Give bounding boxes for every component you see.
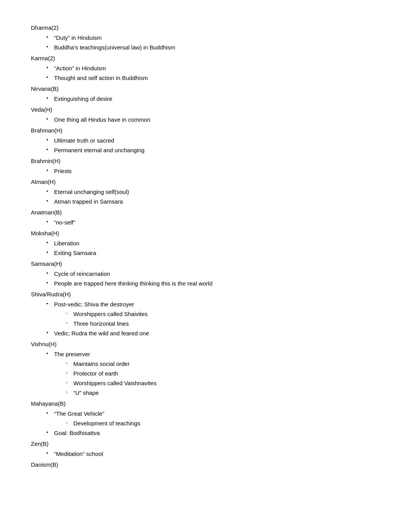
bullet-item: Atman trapped in Samsara bbox=[46, 197, 379, 206]
term-label-zen: Zen(B) bbox=[31, 439, 379, 449]
sub-bullets: Worshippers called ShaivitesThree horizo… bbox=[54, 309, 379, 328]
bullet-item: Vedic; Rudra the wild and feared one bbox=[46, 329, 379, 338]
bullet-item: Priests bbox=[46, 167, 379, 176]
sub-bullet-item: Worshippers called Vaishnavites bbox=[66, 379, 379, 388]
section-karma: Karma(2)“Action” in HinduismThought and … bbox=[31, 54, 379, 83]
bullet-text: “Meditation” school bbox=[54, 450, 103, 457]
sub-bullets: Maintains social orderProtector of earth… bbox=[54, 359, 379, 398]
term-label-dharma: Dharma(2) bbox=[31, 23, 379, 32]
term-label-daoism: Daoism(B) bbox=[31, 460, 379, 469]
bullet-text: “The Great Vehicle” bbox=[54, 410, 104, 417]
section-brahmin: Brahmin(H)Priests bbox=[31, 156, 379, 176]
section-atman: Atman(H)Eternal unchanging self(soul)Atm… bbox=[31, 177, 379, 206]
term-label-veda: Veda(H) bbox=[31, 105, 379, 114]
bullet-text: “Duty” in Hinduism bbox=[54, 34, 102, 41]
bullet-text: “no-self” bbox=[54, 219, 75, 226]
section-nirvana: Nirvana(B)Extinguishing of desire bbox=[31, 84, 379, 104]
bullet-text: Goal: Bodhisattva bbox=[54, 430, 100, 436]
section-dharma: Dharma(2)“Duty” in HinduismBuddha’s teac… bbox=[31, 23, 379, 52]
term-label-nirvana: Nirvana(B) bbox=[31, 84, 379, 93]
sub-bullet-text: Worshippers called Shaivites bbox=[73, 311, 147, 317]
section-moksha: Moksha(H)LiberationExiting Samsara bbox=[31, 229, 379, 258]
term-label-shiva: Shiva/Rudra(H) bbox=[31, 290, 379, 299]
term-label-anatman: Anatman(B) bbox=[31, 208, 379, 217]
bullet-text: Atman trapped in Samsara bbox=[54, 198, 123, 205]
bullet-text: Exiting Samsara bbox=[54, 250, 96, 256]
bullets-brahmin: Priests bbox=[31, 167, 379, 176]
sub-bullet-text: Maintains social order bbox=[73, 360, 130, 367]
bullet-text: “Action” in Hinduism bbox=[54, 65, 106, 71]
bullet-text: Vedic; Rudra the wild and feared one bbox=[54, 330, 149, 337]
bullet-item: People are trapped here thinking thinkin… bbox=[46, 279, 379, 288]
bullet-item: Permanent eternal and unchanging bbox=[46, 146, 379, 155]
bullets-zen: “Meditation” school bbox=[31, 449, 379, 459]
bullet-text: Ultimate truth or sacred bbox=[54, 137, 114, 144]
term-label-atman: Atman(H) bbox=[31, 177, 379, 187]
section-shiva: Shiva/Rudra(H)Post-vedic; Shiva the dest… bbox=[31, 290, 379, 338]
content: Dharma(2)“Duty” in HinduismBuddha’s teac… bbox=[31, 23, 379, 469]
bullet-text: Permanent eternal and unchanging bbox=[54, 147, 144, 153]
bullet-text: Buddha’s teachings(universal law) in Bud… bbox=[54, 44, 175, 51]
sub-bullet-text: “U” shape bbox=[73, 389, 99, 396]
bullet-item: Extinguishing of desire bbox=[46, 94, 379, 104]
bullets-veda: One thing all Hindus have in common bbox=[31, 115, 379, 124]
bullet-item: Post-vedic; Shiva the destroyerWorshippe… bbox=[46, 300, 379, 328]
section-daoism: Daoism(B) bbox=[31, 460, 379, 469]
sub-bullet-item: Three horizontal lines bbox=[66, 319, 379, 328]
sub-bullet-text: Worshippers called Vaishnavites bbox=[73, 380, 156, 386]
bullet-text: One thing all Hindus have in common bbox=[54, 116, 150, 123]
bullet-text: Priests bbox=[54, 168, 72, 174]
bullet-item: Thought and self action in Buddhism bbox=[46, 73, 379, 83]
bullets-dharma: “Duty” in HinduismBuddha’s teachings(uni… bbox=[31, 33, 379, 52]
bullets-samsara: Cycle of reincarnationPeople are trapped… bbox=[31, 269, 379, 288]
sub-bullet-item: Protector of earth bbox=[66, 369, 379, 378]
bullet-item: Exiting Samsara bbox=[46, 248, 379, 258]
bullet-text: People are trapped here thinking thinkin… bbox=[54, 280, 212, 287]
bullets-brahman: Ultimate truth or sacredPermanent eterna… bbox=[31, 136, 379, 155]
bullets-shiva: Post-vedic; Shiva the destroyerWorshippe… bbox=[31, 300, 379, 338]
sub-bullet-text: Protector of earth bbox=[73, 370, 118, 377]
term-label-brahmin: Brahmin(H) bbox=[31, 156, 379, 166]
bullet-item: Goal: Bodhisattva bbox=[46, 428, 379, 438]
bullet-item: “no-self” bbox=[46, 218, 379, 227]
bullet-item: Cycle of reincarnation bbox=[46, 269, 379, 279]
section-samsara: Samsara(H)Cycle of reincarnationPeople a… bbox=[31, 259, 379, 288]
bullet-item: “The Great Vehicle”Development of teachi… bbox=[46, 409, 379, 428]
bullet-text: Extinguishing of desire bbox=[54, 95, 112, 102]
section-veda: Veda(H)One thing all Hindus have in comm… bbox=[31, 105, 379, 124]
bullet-item: The preserverMaintains social orderProte… bbox=[46, 350, 379, 398]
bullet-text: Thought and self action in Buddhism bbox=[54, 75, 148, 81]
sub-bullet-item: Maintains social order bbox=[66, 359, 379, 369]
bullet-item: “Duty” in Hinduism bbox=[46, 33, 379, 42]
bullets-moksha: LiberationExiting Samsara bbox=[31, 239, 379, 258]
bullet-text: The preserver bbox=[54, 351, 90, 357]
term-label-brahman: Brahman(H) bbox=[31, 126, 379, 135]
section-brahman: Brahman(H)Ultimate truth or sacredPerman… bbox=[31, 126, 379, 155]
sub-bullet-item: Worshippers called Shaivites bbox=[66, 309, 379, 319]
section-mahayana: Mahayana(B)“The Great Vehicle”Developmen… bbox=[31, 399, 379, 438]
bullet-item: Liberation bbox=[46, 239, 379, 248]
term-label-moksha: Moksha(H) bbox=[31, 229, 379, 238]
term-label-samsara: Samsara(H) bbox=[31, 259, 379, 269]
bullets-nirvana: Extinguishing of desire bbox=[31, 94, 379, 104]
sub-bullet-item: Development of teachings bbox=[66, 419, 379, 428]
section-anatman: Anatman(B)“no-self” bbox=[31, 208, 379, 227]
sub-bullet-text: Development of teachings bbox=[73, 420, 140, 427]
section-zen: Zen(B)“Meditation” school bbox=[31, 439, 379, 459]
bullet-item: One thing all Hindus have in common bbox=[46, 115, 379, 124]
bullet-text: Liberation bbox=[54, 240, 80, 246]
term-label-karma: Karma(2) bbox=[31, 54, 379, 63]
bullet-item: Eternal unchanging self(soul) bbox=[46, 187, 379, 197]
term-label-vishnu: Vishnu(H) bbox=[31, 340, 379, 349]
term-label-mahayana: Mahayana(B) bbox=[31, 399, 379, 408]
bullets-karma: “Action” in HinduismThought and self act… bbox=[31, 64, 379, 83]
bullet-text: Eternal unchanging self(soul) bbox=[54, 189, 129, 195]
bullets-vishnu: The preserverMaintains social orderProte… bbox=[31, 350, 379, 398]
bullets-anatman: “no-self” bbox=[31, 218, 379, 227]
bullet-text: Cycle of reincarnation bbox=[54, 270, 110, 277]
bullets-atman: Eternal unchanging self(soul)Atman trapp… bbox=[31, 187, 379, 206]
bullet-item: “Meditation” school bbox=[46, 449, 379, 459]
sub-bullet-item: “U” shape bbox=[66, 388, 379, 398]
sub-bullets: Development of teachings bbox=[54, 419, 379, 428]
bullet-text: Post-vedic; Shiva the destroyer bbox=[54, 301, 134, 308]
